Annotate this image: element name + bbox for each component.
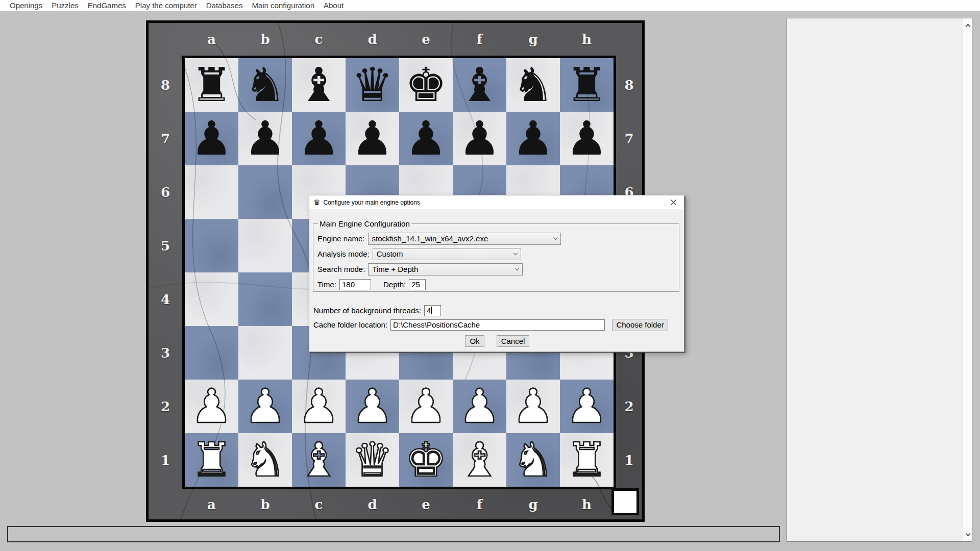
- scroll-up-icon[interactable]: [963, 20, 972, 30]
- square-f2[interactable]: ♟: [453, 380, 506, 433]
- rank-label-1: 1: [149, 433, 182, 487]
- square-a6[interactable]: [185, 165, 238, 219]
- file-label-c: c: [292, 489, 346, 519]
- square-e8[interactable]: ♚: [399, 58, 453, 112]
- square-b3[interactable]: [238, 326, 292, 380]
- dialog-titlebar[interactable]: ♛ Configure your main engine options: [309, 195, 684, 209]
- choose-folder-button[interactable]: Choose folder: [612, 319, 668, 331]
- menu-item-play-the-computer[interactable]: Play the computer: [131, 0, 202, 11]
- threads-input[interactable]: 4: [424, 305, 441, 316]
- close-icon[interactable]: [666, 196, 681, 208]
- piece-black-king: ♚: [405, 58, 447, 112]
- depth-label: Depth:: [383, 280, 406, 289]
- square-g7[interactable]: ♟: [506, 112, 560, 165]
- rank-label-3: 3: [149, 326, 182, 380]
- menu-item-puzzles[interactable]: Puzzles: [47, 0, 83, 11]
- cache-folder-value: D:\Chess\PositionsCache: [393, 320, 480, 329]
- file-label-g: g: [506, 23, 560, 56]
- menu-item-about[interactable]: About: [319, 0, 348, 11]
- piece-white-pawn: ♟: [512, 380, 554, 433]
- square-e7[interactable]: ♟: [399, 112, 453, 165]
- square-c8[interactable]: ♝: [292, 58, 346, 112]
- ok-button[interactable]: Ok: [465, 335, 484, 347]
- square-g1[interactable]: ♞: [506, 433, 560, 487]
- scroll-down-icon[interactable]: [963, 530, 972, 539]
- dialog-title: Configure your main engine options: [323, 199, 666, 206]
- rank-label-7: 7: [616, 112, 642, 165]
- file-label-g: g: [506, 489, 560, 519]
- time-input[interactable]: 180: [339, 279, 371, 290]
- piece-black-rook: ♜: [190, 58, 232, 112]
- cache-folder-input[interactable]: D:\Chess\PositionsCache: [390, 319, 605, 331]
- square-a1[interactable]: ♜: [185, 433, 238, 487]
- piece-white-king: ♚: [405, 433, 447, 487]
- piece-black-bishop: ♝: [298, 58, 339, 112]
- cancel-button[interactable]: Cancel: [497, 335, 529, 347]
- search-mode-value: Time + Depth: [372, 265, 418, 273]
- square-h8[interactable]: ♜: [560, 58, 614, 112]
- file-label-f: f: [453, 489, 506, 519]
- search-mode-select[interactable]: Time + Depth: [368, 263, 523, 276]
- rank-label-1: 1: [616, 433, 642, 487]
- group-title: Main Engine Configuration: [318, 219, 411, 228]
- depth-input[interactable]: 25: [409, 279, 426, 290]
- square-f8[interactable]: ♝: [453, 58, 506, 112]
- square-f1[interactable]: ♝: [453, 433, 506, 487]
- square-d8[interactable]: ♛: [346, 58, 399, 112]
- square-b1[interactable]: ♞: [238, 433, 292, 487]
- rank-label-8: 8: [616, 58, 642, 112]
- square-f7[interactable]: ♟: [453, 112, 506, 165]
- piece-white-pawn: ♟: [244, 380, 286, 433]
- square-a5[interactable]: [185, 219, 238, 272]
- square-d2[interactable]: ♟: [346, 380, 399, 433]
- square-b8[interactable]: ♞: [238, 58, 292, 112]
- square-a4[interactable]: [185, 272, 238, 326]
- piece-black-pawn: ♟: [244, 112, 286, 165]
- square-g8[interactable]: ♞: [506, 58, 560, 112]
- menu-item-databases[interactable]: Databases: [202, 0, 248, 11]
- square-e1[interactable]: ♚: [399, 433, 453, 487]
- square-g2[interactable]: ♟: [506, 380, 560, 433]
- menu-item-openings[interactable]: Openings: [5, 0, 47, 11]
- square-b6[interactable]: [238, 165, 292, 219]
- square-h1[interactable]: ♜: [560, 433, 614, 487]
- crown-icon: ♛: [313, 198, 320, 207]
- square-c2[interactable]: ♟: [292, 380, 346, 433]
- piece-black-pawn: ♟: [512, 112, 554, 165]
- engine-name-row: Engine name: stockfish_14.1_win_x64_avx2…: [317, 232, 675, 245]
- square-a2[interactable]: ♟: [185, 380, 238, 433]
- file-labels-bottom: abcdefgh: [185, 489, 614, 519]
- square-b7[interactable]: ♟: [238, 112, 292, 165]
- square-a7[interactable]: ♟: [185, 112, 238, 165]
- file-label-f: f: [453, 23, 506, 56]
- square-b2[interactable]: ♟: [238, 380, 292, 433]
- time-depth-row: Time: 180 Depth: 25: [317, 278, 675, 291]
- square-a3[interactable]: [185, 326, 238, 380]
- menu-item-main-configuration[interactable]: Main configuration: [247, 0, 319, 11]
- notation-scrollbar[interactable]: [963, 18, 972, 541]
- menu-item-endgames[interactable]: EndGames: [83, 0, 131, 11]
- square-d1[interactable]: ♛: [346, 433, 399, 487]
- rank-label-5: 5: [149, 219, 182, 272]
- square-e2[interactable]: ♟: [399, 380, 453, 433]
- file-label-e: e: [399, 23, 453, 56]
- square-h7[interactable]: ♟: [560, 112, 614, 165]
- analysis-mode-select[interactable]: Custom: [373, 248, 521, 260]
- square-h2[interactable]: ♟: [560, 380, 614, 433]
- file-label-d: d: [346, 23, 399, 56]
- rank-label-8: 8: [149, 58, 182, 112]
- engine-name-label: Engine name:: [317, 234, 365, 243]
- square-c7[interactable]: ♟: [292, 112, 346, 165]
- square-b4[interactable]: [238, 272, 292, 326]
- square-c1[interactable]: ♝: [292, 433, 346, 487]
- engine-name-value: stockfish_14.1_win_x64_avx2.exe: [372, 234, 488, 243]
- threads-row: Number of background threads: 4: [313, 304, 441, 317]
- file-label-h: h: [560, 489, 614, 519]
- piece-black-rook: ♜: [566, 58, 607, 112]
- square-d7[interactable]: ♟: [346, 112, 399, 165]
- engine-name-select[interactable]: stockfish_14.1_win_x64_avx2.exe: [368, 233, 561, 245]
- square-b5[interactable]: [238, 219, 292, 272]
- square-a8[interactable]: ♜: [185, 58, 238, 112]
- notation-panel: [787, 18, 972, 542]
- piece-white-pawn: ♟: [351, 380, 393, 433]
